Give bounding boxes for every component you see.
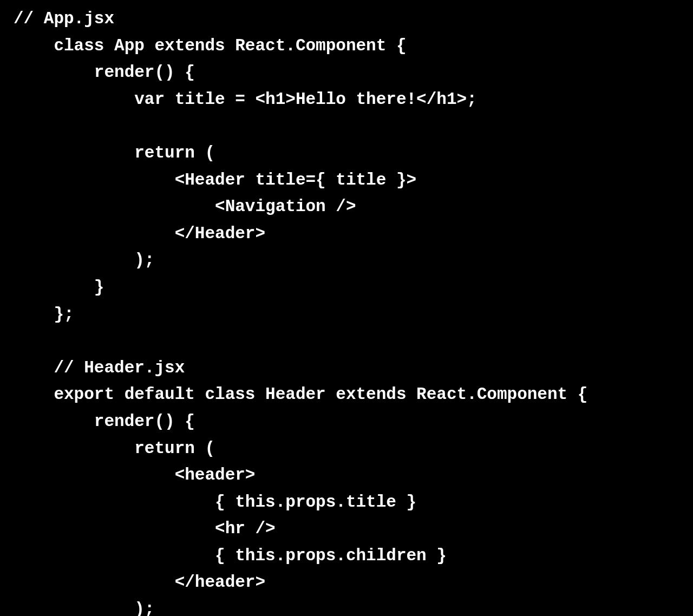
code-block: // App.jsx class App extends React.Compo… — [0, 0, 693, 616]
